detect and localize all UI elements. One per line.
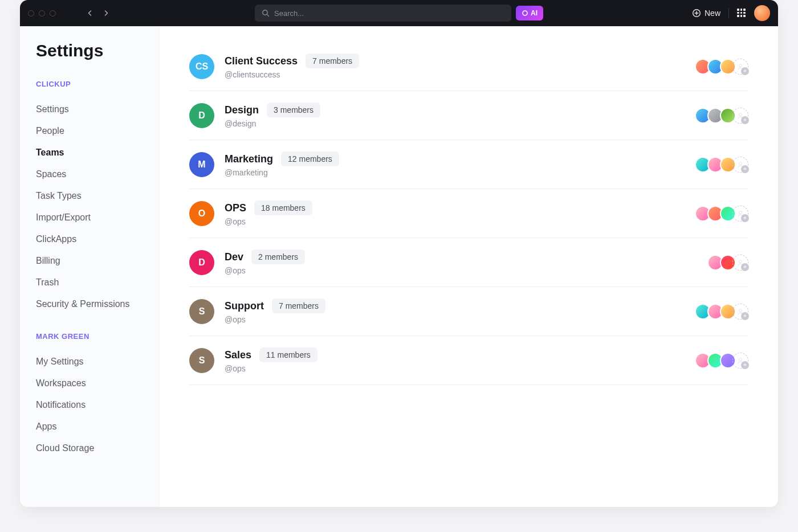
team-info: Client Success7 members@clientsuccess — [225, 54, 359, 79]
separator — [728, 8, 729, 18]
sidebar-item-import-export[interactable]: Import/Export — [36, 207, 143, 228]
team-handle: @design — [225, 119, 320, 128]
search-input[interactable] — [274, 9, 504, 18]
member-count-badge: 12 members — [281, 152, 339, 166]
team-name: Support — [225, 300, 264, 312]
team-info: Support7 members@ops — [225, 298, 325, 324]
add-member-button[interactable] — [732, 59, 748, 75]
team-row[interactable]: DDev2 members@ops — [189, 238, 748, 287]
sidebar-item-billing[interactable]: Billing — [36, 250, 143, 272]
team-handle: @ops — [225, 364, 317, 373]
sidebar-item-my-settings[interactable]: My Settings — [36, 351, 143, 373]
add-member-button[interactable] — [732, 206, 748, 222]
sidebar-section-label: CLICKUP — [36, 80, 143, 88]
sidebar-item-trash[interactable]: Trash — [36, 272, 143, 293]
chevron-right-icon — [103, 10, 109, 17]
add-member-button[interactable] — [732, 108, 748, 124]
add-member-button[interactable] — [732, 157, 748, 173]
team-name: Sales — [225, 349, 251, 361]
team-avatar: S — [189, 299, 214, 324]
sidebar-item-security-permissions[interactable]: Security & Permissions — [36, 293, 143, 315]
svg-point-7 — [739, 211, 742, 214]
member-avatars — [695, 59, 748, 75]
team-avatar: M — [189, 152, 214, 177]
member-count-badge: 11 members — [259, 347, 317, 362]
sparkle-icon — [522, 10, 528, 17]
member-avatars — [695, 353, 748, 369]
member-count-badge: 7 members — [306, 54, 359, 68]
ai-button[interactable]: AI — [516, 6, 543, 21]
history-nav — [83, 6, 113, 20]
sidebar-item-spaces[interactable]: Spaces — [36, 163, 143, 185]
sidebar-item-workspaces[interactable]: Workspaces — [36, 373, 143, 394]
team-avatar: D — [189, 103, 214, 128]
member-count-badge: 7 members — [272, 298, 325, 313]
team-row[interactable]: SSupport7 members@ops — [189, 287, 748, 336]
team-name: Client Success — [225, 55, 298, 67]
svg-point-10 — [739, 358, 742, 361]
sidebar-item-clickapps[interactable]: ClickApps — [36, 228, 143, 250]
member-avatars — [707, 255, 748, 271]
team-handle: @ops — [225, 315, 325, 324]
forward-button[interactable] — [99, 6, 113, 20]
member-avatars — [695, 206, 748, 222]
team-row[interactable]: SSales11 members@ops — [189, 336, 748, 385]
close-window-icon[interactable] — [28, 10, 34, 17]
svg-point-6 — [739, 162, 742, 165]
team-avatar: CS — [189, 54, 214, 79]
team-row[interactable]: DDesign3 members@design — [189, 91, 748, 140]
svg-line-1 — [267, 14, 268, 16]
add-member-button[interactable] — [732, 353, 748, 369]
settings-sidebar: Settings CLICKUPSettingsPeopleTeamsSpace… — [20, 26, 160, 507]
window-controls — [28, 10, 56, 17]
sidebar-item-people[interactable]: People — [36, 120, 143, 142]
add-member-button[interactable] — [732, 255, 748, 271]
team-avatar: S — [189, 348, 214, 373]
team-info: Marketing12 members@marketing — [225, 152, 339, 177]
new-button[interactable]: New — [692, 9, 720, 18]
titlebar: AI New — [20, 0, 778, 26]
team-row[interactable]: CSClient Success7 members@clientsuccess — [189, 54, 748, 91]
member-avatars — [695, 304, 748, 320]
svg-point-4 — [739, 64, 742, 67]
member-avatars — [695, 108, 748, 124]
chevron-left-icon — [87, 10, 93, 17]
apps-grid-button[interactable] — [737, 9, 746, 18]
sidebar-item-cloud-storage[interactable]: Cloud Storage — [36, 437, 143, 459]
svg-point-2 — [523, 11, 527, 15]
search-icon — [262, 9, 270, 17]
add-member-button[interactable] — [732, 304, 748, 320]
page-title: Settings — [36, 41, 143, 60]
team-row[interactable]: OOPS18 members@ops — [189, 189, 748, 238]
sidebar-section-label: MARK GREEN — [36, 332, 143, 341]
member-count-badge: 3 members — [267, 103, 320, 117]
member-count-badge: 2 members — [251, 249, 305, 264]
plus-circle-icon — [692, 9, 701, 18]
team-name: Dev — [225, 251, 243, 263]
team-info: Design3 members@design — [225, 103, 320, 128]
app-window: AI New Settings CLICKUPSettingsPeopleTea… — [20, 0, 778, 507]
member-avatars — [695, 157, 748, 173]
team-info: Sales11 members@ops — [225, 347, 317, 373]
ai-label: AI — [531, 9, 538, 17]
sidebar-item-apps[interactable]: Apps — [36, 416, 143, 437]
maximize-window-icon[interactable] — [50, 10, 56, 17]
team-handle: @ops — [225, 217, 312, 226]
minimize-window-icon[interactable] — [39, 10, 45, 17]
sidebar-item-teams[interactable]: Teams — [36, 142, 143, 163]
sidebar-item-settings[interactable]: Settings — [36, 99, 143, 120]
team-handle: @clientsuccess — [225, 70, 359, 79]
team-handle: @ops — [225, 266, 305, 275]
user-avatar[interactable] — [754, 5, 770, 21]
svg-point-5 — [739, 113, 742, 116]
team-name: Design — [225, 104, 259, 116]
team-row[interactable]: MMarketing12 members@marketing — [189, 140, 748, 189]
sidebar-item-task-types[interactable]: Task Types — [36, 185, 143, 207]
teams-list: CSClient Success7 members@clientsuccessD… — [160, 26, 778, 507]
back-button[interactable] — [83, 6, 97, 20]
global-search[interactable] — [255, 5, 511, 22]
team-avatar: O — [189, 201, 214, 226]
team-info: OPS18 members@ops — [225, 200, 312, 226]
sidebar-item-notifications[interactable]: Notifications — [36, 394, 143, 416]
svg-point-9 — [739, 309, 742, 312]
